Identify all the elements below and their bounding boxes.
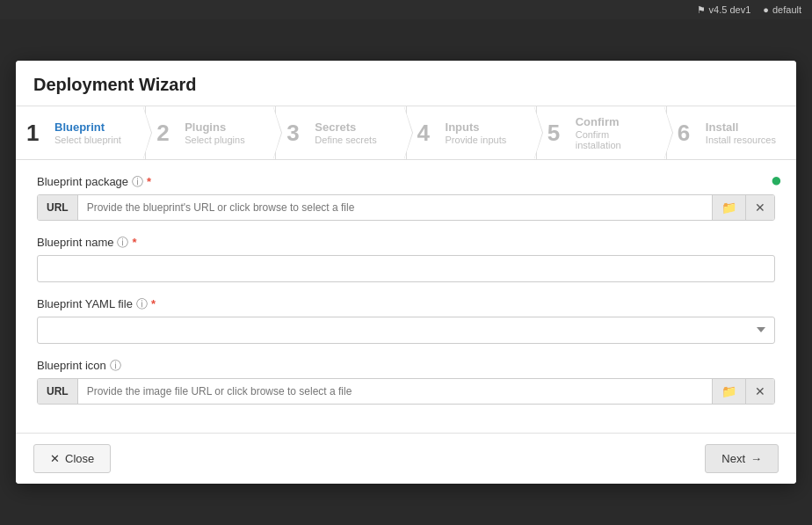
close-button[interactable]: ✕ Close — [33, 444, 111, 473]
blueprint-yaml-required: * — [151, 297, 156, 310]
step-2-text: Plugins Select plugins — [185, 120, 245, 145]
blueprint-package-required: * — [147, 175, 151, 188]
blueprint-name-required: * — [132, 236, 136, 249]
step-2-plugins[interactable]: 2 Plugins Select plugins — [146, 106, 276, 159]
blueprint-yaml-label: Blueprint YAML file ⓘ * — [37, 296, 775, 312]
step-1-label: Blueprint — [54, 120, 121, 135]
step-5-confirm[interactable]: 5 Confirm Confirm installation — [537, 106, 667, 159]
step-6-install[interactable]: 6 Install Install resources — [667, 106, 796, 159]
next-label: Next — [721, 452, 745, 465]
user-icon: ● — [763, 4, 769, 15]
step-4-arrow-inner — [534, 107, 542, 158]
step-1-text: Blueprint Select blueprint — [54, 120, 121, 145]
blueprint-icon-url-tab[interactable]: URL — [38, 379, 78, 404]
step-5-label: Confirm — [576, 115, 656, 129]
modal-body: ● Blueprint package ⓘ * URL 📁 ✕ Blue — [16, 160, 796, 433]
blueprint-package-field: Blueprint package ⓘ * URL 📁 ✕ — [37, 174, 775, 221]
user-avatar-icon: ● — [771, 169, 782, 192]
step-6-sublabel: Install resources — [706, 135, 776, 145]
blueprint-icon-clear-icon[interactable]: ✕ — [745, 379, 774, 404]
deployment-wizard-modal: Deployment Wizard 1 Blueprint Select blu… — [16, 61, 796, 484]
modal-overlay: Deployment Wizard 1 Blueprint Select blu… — [0, 19, 812, 525]
close-label: Close — [65, 452, 94, 465]
blueprint-icon-url-input[interactable] — [78, 379, 712, 404]
blueprint-package-browse-icon[interactable]: 📁 — [712, 195, 745, 220]
blueprint-yaml-help-icon[interactable]: ⓘ — [136, 296, 148, 312]
step-3-arrow-inner — [404, 107, 412, 158]
close-x-icon: ✕ — [50, 452, 60, 465]
step-1-blueprint[interactable]: 1 Blueprint Select blueprint — [16, 106, 146, 159]
user-label: default — [772, 4, 801, 15]
blueprint-yaml-field: Blueprint YAML file ⓘ * — [37, 296, 775, 344]
version-label: v4.5 dev1 — [709, 4, 751, 15]
step-6-number: 6 — [678, 121, 699, 144]
version-item: ⚑ v4.5 dev1 — [697, 4, 751, 16]
next-arrow-icon: → — [750, 452, 762, 465]
blueprint-icon-input-group: URL 📁 ✕ — [37, 378, 775, 405]
step-1-arrow-inner — [143, 107, 151, 158]
step-4-sublabel: Provide inputs — [446, 135, 507, 145]
step-1-number: 1 — [26, 121, 47, 144]
modal-footer: ✕ Close Next → — [16, 433, 796, 484]
step-5-sublabel: Confirm installation — [576, 129, 656, 150]
blueprint-package-url-input[interactable] — [78, 195, 712, 220]
step-5-number: 5 — [547, 121, 569, 144]
blueprint-package-input-group: URL 📁 ✕ — [37, 194, 775, 221]
topbar: ⚑ v4.5 dev1 ● default — [0, 0, 812, 19]
blueprint-icon-label: Blueprint icon ⓘ — [37, 358, 775, 374]
blueprint-name-field: Blueprint name ⓘ * — [37, 235, 775, 282]
step-6-label: Install — [706, 120, 776, 135]
blueprint-yaml-select[interactable] — [37, 317, 775, 344]
blueprint-package-url-tab[interactable]: URL — [38, 195, 78, 220]
step-3-label: Secrets — [315, 120, 376, 135]
blueprint-package-clear-icon[interactable]: ✕ — [745, 195, 774, 220]
blueprint-icon-help-icon[interactable]: ⓘ — [110, 358, 121, 374]
user-item: ● default — [763, 4, 801, 15]
step-4-inputs[interactable]: 4 Inputs Provide inputs — [407, 106, 537, 159]
step-5-text: Confirm Confirm installation — [576, 115, 656, 150]
blueprint-package-label: Blueprint package ⓘ * — [37, 174, 775, 190]
blueprint-icon-field: Blueprint icon ⓘ URL 📁 ✕ — [37, 358, 775, 405]
blueprint-icon-browse-icon[interactable]: 📁 — [712, 379, 745, 404]
tag-icon: ⚑ — [697, 4, 706, 16]
step-1-sublabel: Select blueprint — [54, 135, 121, 145]
blueprint-name-label: Blueprint name ⓘ * — [37, 235, 775, 251]
wizard-steps: 1 Blueprint Select blueprint 2 Plugins S… — [16, 106, 796, 160]
step-2-arrow-inner — [273, 107, 281, 158]
step-2-label: Plugins — [185, 120, 245, 135]
step-3-number: 3 — [286, 121, 308, 144]
step-3-text: Secrets Define secrets — [315, 120, 376, 145]
modal-title: Deployment Wizard — [33, 75, 196, 94]
step-4-number: 4 — [417, 121, 439, 144]
blueprint-package-help-icon[interactable]: ⓘ — [132, 174, 143, 190]
next-button[interactable]: Next → — [705, 444, 779, 473]
blueprint-name-help-icon[interactable]: ⓘ — [117, 235, 128, 251]
blueprint-name-input[interactable] — [37, 255, 775, 282]
step-2-sublabel: Select plugins — [185, 135, 245, 145]
step-5-arrow-inner — [664, 107, 672, 158]
step-2-number: 2 — [156, 121, 178, 144]
step-3-sublabel: Define secrets — [315, 135, 376, 145]
step-3-secrets[interactable]: 3 Secrets Define secrets — [276, 106, 406, 159]
modal-header: Deployment Wizard — [16, 61, 796, 106]
step-6-text: Install Install resources — [706, 120, 776, 145]
step-4-label: Inputs — [446, 120, 507, 135]
step-4-text: Inputs Provide inputs — [446, 120, 507, 145]
